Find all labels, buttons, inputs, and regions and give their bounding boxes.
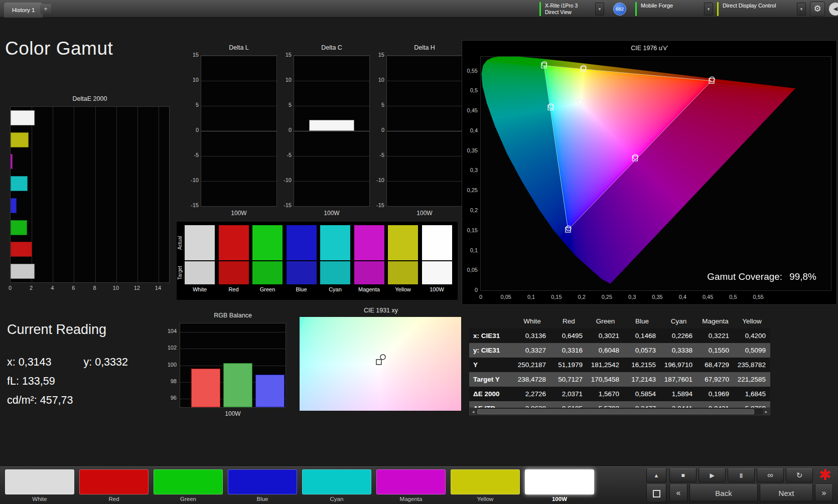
axis-tick-label: -5	[280, 152, 292, 158]
table-horizontal-scrollbar[interactable]: ◂ ▸	[469, 408, 770, 415]
play-icon: ▶	[710, 472, 714, 479]
patch-button-magenta[interactable]: Magenta	[376, 469, 446, 502]
delta-l-y-axis: 151050-5-10-15	[187, 55, 200, 207]
patch-button-yellow[interactable]: Yellow	[451, 469, 520, 502]
scroll-patches-up-button[interactable]: ▲	[646, 468, 666, 482]
swatch-actual-white	[185, 225, 215, 260]
patch-button-green[interactable]: Green	[154, 469, 223, 502]
stop-button[interactable]: ■	[669, 468, 696, 482]
gridline	[294, 206, 369, 207]
swatch-strip: Actual Target WhiteRedGreenBlueCyanMagen…	[177, 222, 458, 300]
deltae-bar-blue	[11, 198, 17, 213]
table-cell: 0,3338	[660, 343, 697, 358]
swatch-target-magenta	[354, 261, 384, 284]
scroll-left-button[interactable]: ◂	[470, 409, 477, 415]
table-cell: 0,5854	[624, 387, 660, 401]
axis-tick-label: 0,35	[650, 294, 664, 300]
patch-label: Yellow	[451, 496, 520, 502]
history-tab[interactable]: History 1	[4, 3, 43, 18]
settings-gear-button[interactable]: ⚙	[810, 2, 825, 17]
table-row-label: ΔE ITP	[469, 401, 514, 408]
table-cell: 50,7127	[550, 372, 587, 387]
patch-button-100w[interactable]: 100W	[525, 469, 594, 502]
source-selector[interactable]: Mobile Forge	[641, 0, 700, 9]
scrollbar-thumb[interactable]	[477, 409, 754, 414]
continuous-read-button[interactable]: ∞	[757, 468, 784, 482]
axis-tick-label: -5	[372, 152, 384, 158]
skip-next-button[interactable]: »	[815, 484, 833, 501]
table-row: Y250,218751,1979181,254216,2155196,97106…	[469, 358, 770, 372]
pause-button[interactable]: ‖	[728, 468, 755, 482]
table-cell: 0,1468	[624, 328, 660, 343]
swatch-label-100w: 100W	[417, 286, 457, 292]
gridline	[387, 131, 462, 131]
play-button[interactable]: ▶	[699, 468, 726, 482]
rgb-bar-red	[191, 369, 220, 407]
collapse-panel-button[interactable]: ◀	[829, 3, 838, 16]
rgb-balance-x-label: 100W	[180, 410, 286, 417]
table-cell: 221,2585	[734, 372, 770, 387]
delta-h-chart: Delta H 151050-5-10-15 100W	[372, 44, 466, 221]
table-cell: 0,5099	[734, 343, 770, 358]
table-cell: 3,8638	[514, 401, 550, 408]
rgb-balance-chart: RGB Balance 1041021009896 100W	[165, 311, 291, 419]
patch-button-red[interactable]: Red	[79, 469, 149, 502]
up-arrow-icon: ▲	[654, 472, 659, 478]
table-cell: 68,4729	[697, 358, 734, 372]
table-cell: 5,5702	[587, 401, 624, 408]
gridline	[53, 107, 53, 282]
bottom-toolbar: ▲ ■ ▶ ‖ ∞ ↻ ✱ « Back Next » WhiteRedGree…	[0, 465, 838, 504]
display-control-status-indicator	[717, 2, 719, 16]
table-cell: 1,6845	[734, 387, 770, 401]
delta-c-plot	[294, 55, 370, 207]
axis-tick-label: 102	[165, 345, 177, 351]
back-button[interactable]: Back	[689, 484, 758, 501]
refresh-button[interactable]: ↻	[786, 468, 813, 482]
table-cell: 3,0441	[660, 401, 697, 408]
display-control-selector[interactable]: Direct Display Control	[723, 0, 793, 9]
source-dropdown-button[interactable]: ▾	[704, 3, 713, 16]
display-control-dropdown-button[interactable]: ▾	[797, 3, 806, 16]
patch-color-swatch	[451, 469, 520, 494]
page-title: Color Gamut	[5, 38, 113, 59]
axis-tick-label: 0,4	[462, 127, 478, 133]
patch-button-white[interactable]: White	[5, 469, 74, 502]
deltae-bar-cyan	[11, 176, 28, 191]
meter-status-indicator	[539, 2, 541, 16]
axis-tick-label: 0	[372, 127, 384, 133]
blank-display-button[interactable]	[646, 484, 666, 502]
patch-button-cyan[interactable]: Cyan	[302, 469, 371, 502]
chevron-down-icon: ▾	[599, 7, 601, 12]
current-reading-x-value: 0,3143	[19, 356, 52, 368]
table-row: Target Y238,472850,7127170,545817,214318…	[469, 372, 770, 387]
axis-tick-label: 10	[109, 285, 123, 291]
gamut-coverage-label: Gamut Coverage:	[707, 271, 782, 282]
cie1976-x-axis: 00,050,10,150,20,250,30,350,40,450,50,55	[462, 294, 837, 301]
table-header-magenta: Magenta	[697, 314, 734, 328]
skip-back-button[interactable]: «	[669, 484, 687, 501]
table-cell: 0,3327	[514, 343, 550, 358]
table-cell: 0,6495	[550, 328, 587, 343]
patch-label: Magenta	[376, 496, 446, 502]
gridline	[95, 107, 96, 282]
scroll-right-button[interactable]: ▸	[763, 409, 770, 415]
table-cell: 0,0573	[624, 343, 660, 358]
patch-color-swatch	[154, 469, 223, 494]
table-header-cyan: Cyan	[660, 314, 697, 328]
table-cell: 196,9710	[660, 358, 697, 372]
patch-button-blue[interactable]: Blue	[228, 469, 297, 502]
meter-selector[interactable]: X-Rite i1Pro 3 Direct View	[545, 3, 591, 16]
notification-asterisk-icon[interactable]: ✱	[815, 466, 835, 483]
axis-tick-label: -15	[187, 202, 199, 208]
rgb-balance-y-axis: 1041021009896	[165, 323, 178, 409]
axis-tick-label: 0,55	[462, 68, 478, 74]
table-cell: 0,6185	[550, 401, 587, 408]
table-cell: 0,6048	[587, 343, 624, 358]
axis-tick-label: 14	[151, 285, 165, 291]
top-bar: History 1 + X-Rite i1Pro 3 Direct View ▾…	[0, 0, 838, 18]
axis-tick-label: 0,3	[625, 294, 639, 300]
meter-dropdown-button[interactable]: ▾	[595, 3, 604, 16]
table-cell: 51,1979	[550, 358, 587, 372]
add-tab-button[interactable]: +	[40, 4, 51, 14]
next-button[interactable]: Next	[760, 484, 813, 501]
